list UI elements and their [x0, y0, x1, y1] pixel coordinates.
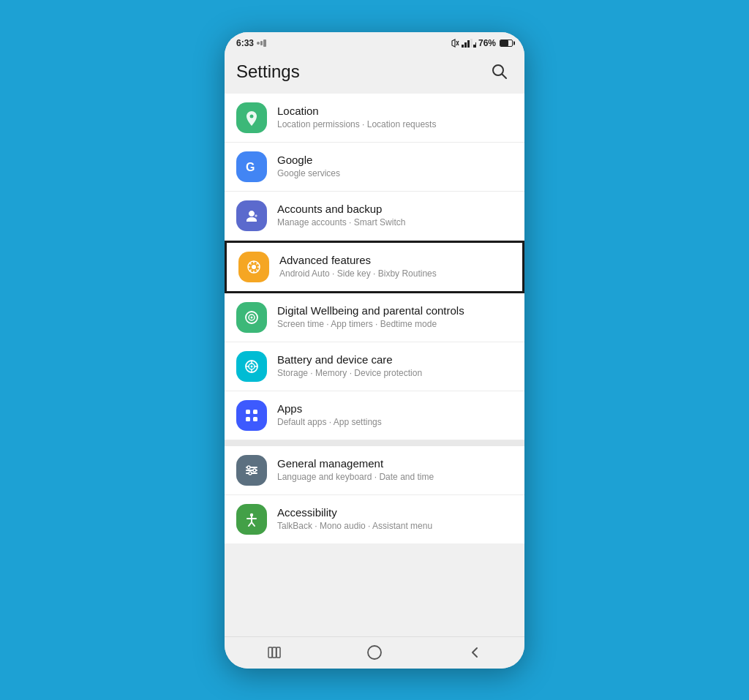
svg-rect-38 [246, 410, 250, 414]
general-title: General management [277, 456, 513, 471]
svg-point-47 [249, 472, 252, 475]
accessibility-title: Accessibility [277, 505, 513, 520]
settings-item-wellbeing[interactable]: Digital Wellbeing and parental controls … [225, 293, 524, 342]
svg-rect-41 [253, 417, 257, 421]
svg-point-46 [253, 469, 256, 472]
svg-text:G: G [246, 161, 255, 173]
svg-rect-9 [470, 39, 473, 48]
accounts-icon [244, 208, 260, 224]
advanced-icon [246, 259, 262, 275]
page-title: Settings [236, 61, 300, 82]
back-button[interactable] [460, 638, 489, 667]
advanced-subtitle: Android Auto · Side key · Bixby Routines [279, 268, 511, 280]
accounts-title: Accounts and backup [277, 202, 513, 217]
navigation-bar [225, 636, 524, 669]
svg-line-27 [250, 269, 252, 271]
wellbeing-icon [244, 309, 260, 325]
battery-icon [500, 39, 513, 47]
status-right-icons: 76% [449, 38, 513, 48]
settings-item-accessibility[interactable]: Accessibility TalkBack · Mono audio · As… [225, 495, 524, 543]
recents-button[interactable] [260, 638, 289, 667]
section-divider [225, 440, 524, 446]
wellbeing-subtitle: Screen time · App timers · Bedtime mode [277, 319, 513, 331]
svg-point-19 [252, 265, 256, 269]
general-subtitle: Language and keyboard · Date and time [277, 472, 513, 483]
svg-rect-55 [276, 647, 280, 658]
settings-item-location[interactable]: Location Location permissions · Location… [225, 94, 524, 143]
battery-care-icon [244, 358, 260, 375]
cursor-arrow [519, 197, 524, 234]
svg-rect-8 [467, 40, 470, 48]
wellbeing-icon-bg [236, 302, 267, 333]
apps-icon [244, 407, 260, 424]
mute-icon [449, 39, 459, 48]
time-display: 6:33 [236, 38, 254, 48]
apps-title: Apps [277, 402, 513, 416]
accessibility-icon-bg [236, 504, 267, 535]
google-icon: G [244, 159, 260, 175]
general-text: General management Language and keyboard… [277, 456, 513, 483]
svg-rect-54 [273, 647, 276, 658]
accounts-icon-bg [236, 200, 267, 231]
accessibility-text: Accessibility TalkBack · Mono audio · As… [277, 505, 513, 532]
settings-item-apps[interactable]: Apps Default apps · App settings [225, 391, 524, 440]
svg-point-15 [250, 114, 254, 118]
settings-item-battery[interactable]: Battery and device care Storage · Memory… [225, 342, 524, 391]
svg-rect-53 [268, 647, 272, 658]
settings-item-general[interactable]: General management Language and keyboard… [225, 446, 524, 495]
general-icon [244, 462, 260, 478]
search-button[interactable] [486, 59, 513, 85]
svg-line-52 [252, 522, 255, 526]
advanced-title: Advanced features [279, 253, 511, 268]
google-text: Google Google services [277, 153, 513, 180]
apps-subtitle: Default apps · App settings [277, 417, 513, 429]
settings-item-advanced[interactable]: Advanced features Android Auto · Side ke… [225, 241, 524, 293]
svg-rect-39 [253, 410, 257, 414]
back-icon [468, 646, 481, 659]
svg-point-0 [257, 42, 260, 45]
wellbeing-title: Digital Wellbeing and parental controls [277, 304, 513, 318]
settings-item-google[interactable]: G Google Google services [225, 143, 524, 192]
settings-item-accounts[interactable]: Accounts and backup Manage accounts · Sm… [225, 192, 524, 241]
search-icon [492, 64, 508, 80]
svg-rect-2 [263, 39, 266, 47]
advanced-icon-bg [238, 252, 269, 282]
accounts-text: Accounts and backup Manage accounts · Sm… [277, 202, 513, 229]
signal-icon [462, 39, 476, 48]
recents-icon [267, 646, 282, 659]
settings-list: Location Location permissions · Location… [225, 94, 524, 636]
advanced-text: Advanced features Android Auto · Side ke… [279, 253, 511, 280]
location-icon-bg [236, 102, 267, 133]
svg-point-33 [251, 365, 253, 367]
status-icons [257, 39, 267, 48]
home-icon [366, 644, 383, 661]
google-subtitle: Google services [277, 168, 513, 180]
phone-frame: 6:33 76% [225, 32, 524, 669]
wellbeing-text: Digital Wellbeing and parental controls … [277, 304, 513, 331]
location-icon [244, 110, 260, 126]
svg-rect-7 [464, 42, 467, 48]
svg-point-30 [251, 316, 253, 318]
battery-text: Battery and device care Storage · Memory… [277, 353, 513, 380]
svg-rect-10 [473, 45, 475, 48]
google-title: Google [277, 153, 513, 168]
svg-line-13 [503, 74, 507, 78]
google-icon-bg: G [236, 151, 267, 182]
location-text: Location Location permissions · Location… [277, 104, 513, 131]
svg-line-26 [257, 263, 258, 264]
apps-text: Apps Default apps · App settings [277, 402, 513, 429]
battery-percent: 76% [478, 38, 496, 48]
accounts-subtitle: Manage accounts · Smart Switch [277, 217, 513, 229]
general-icon-bg [236, 455, 267, 486]
home-button[interactable] [360, 638, 389, 667]
settings-header: Settings [225, 53, 524, 94]
svg-point-45 [247, 466, 250, 469]
status-bar: 6:33 76% [225, 32, 524, 53]
svg-rect-1 [260, 41, 263, 45]
svg-rect-11 [475, 42, 476, 48]
svg-line-25 [257, 269, 258, 271]
location-subtitle: Location permissions · Location requests [277, 119, 513, 131]
location-title: Location [277, 104, 513, 118]
svg-rect-6 [462, 45, 464, 48]
accessibility-subtitle: TalkBack · Mono audio · Assistant menu [277, 521, 513, 532]
